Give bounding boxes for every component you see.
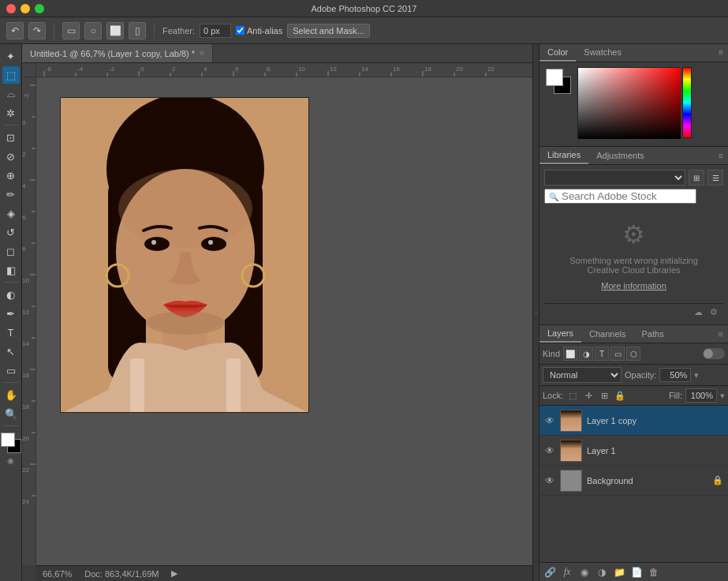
layer-link-button[interactable]: 🔗 xyxy=(543,565,557,579)
right-panel: Color Swatches ≡ xyxy=(539,44,728,581)
maximize-button[interactable] xyxy=(35,4,44,13)
paths-tab[interactable]: Paths xyxy=(634,326,672,342)
blend-mode-dropdown[interactable]: Normal xyxy=(543,367,622,383)
color-tab[interactable]: Color xyxy=(539,44,576,62)
adjustments-tab[interactable]: Adjustments xyxy=(588,148,652,163)
lib-list-view-button[interactable]: ☰ xyxy=(707,170,723,186)
layer-adjustment-button[interactable]: ◑ xyxy=(595,565,609,579)
fill-input[interactable] xyxy=(685,388,717,403)
svg-text:-4: -4 xyxy=(77,66,84,73)
titlebar: Adobe Photoshop CC 2017 xyxy=(0,0,728,17)
healing-tool[interactable]: ⊕ xyxy=(2,167,20,184)
history-brush-tool[interactable]: ↺ xyxy=(2,223,20,241)
blend-opacity-row: Normal Opacity: ▾ xyxy=(539,365,728,386)
layer1-name: Layer 1 xyxy=(587,446,723,455)
adjustment-filter-icon[interactable]: ◑ xyxy=(579,347,593,361)
libraries-tab[interactable]: Libraries xyxy=(539,147,588,164)
move-tool[interactable]: ✦ xyxy=(2,47,20,65)
layer-mask-button[interactable]: ◉ xyxy=(577,565,592,579)
lib-settings-icon[interactable]: ⚙ xyxy=(707,305,720,318)
eyedropper-tool[interactable]: ⊘ xyxy=(2,148,20,165)
delete-layer-button[interactable]: 🗑 xyxy=(647,565,661,579)
lib-search-input[interactable] xyxy=(544,189,696,204)
crop-tool[interactable]: ⊡ xyxy=(2,129,20,146)
libraries-panel-menu-icon[interactable]: ≡ xyxy=(714,148,728,163)
color-picker-gradient[interactable] xyxy=(577,67,680,138)
quick-mask-icon[interactable]: ◉ xyxy=(7,456,14,465)
layers-panel-menu-icon[interactable]: ≡ xyxy=(714,326,728,342)
svg-text:10: 10 xyxy=(22,277,29,284)
dodge-tool[interactable]: ◐ xyxy=(2,286,20,303)
rect-select-icon[interactable]: ▭ xyxy=(62,22,80,39)
hand-tool[interactable]: ✋ xyxy=(2,386,20,403)
eraser-tool[interactable]: ◻ xyxy=(2,242,20,260)
magic-wand-tool[interactable]: ✲ xyxy=(2,104,20,122)
lock-pixel-button[interactable]: ⬚ xyxy=(566,389,579,402)
document-tab[interactable]: Untitled-1 @ 66,7% (Layer 1 copy, Lab/8)… xyxy=(22,44,213,62)
smart-filter-icon[interactable]: ⬡ xyxy=(626,347,640,361)
opacity-arrow-icon[interactable]: ▾ xyxy=(694,370,699,380)
fg-color-swatch[interactable] xyxy=(546,69,563,86)
feather-input[interactable] xyxy=(200,24,231,38)
foreground-bg-swatches[interactable] xyxy=(1,433,21,453)
zoom-tool[interactable]: 🔍 xyxy=(2,405,20,422)
fg-bg-swatches[interactable] xyxy=(544,67,573,96)
single-row-icon[interactable]: ⬜ xyxy=(106,22,124,39)
lib-grid-view-button[interactable]: ⊞ xyxy=(689,170,704,186)
text-tool[interactable]: T xyxy=(2,324,20,341)
right-panel-collapse[interactable]: › xyxy=(532,44,539,581)
layer-item-layer1[interactable]: 👁 Layer 1 xyxy=(539,436,728,466)
single-col-icon[interactable]: ▯ xyxy=(129,22,146,39)
new-layer-button[interactable]: 📄 xyxy=(629,565,644,579)
select-mask-button[interactable]: Select and Mask... xyxy=(287,24,370,38)
tab-close-button[interactable]: × xyxy=(200,49,204,58)
svg-text:4: 4 xyxy=(203,66,207,73)
type-filter-icon[interactable]: T xyxy=(595,347,609,361)
background-visibility-toggle[interactable]: 👁 xyxy=(544,475,555,486)
canvas-viewport[interactable] xyxy=(36,77,532,565)
lib-cloud-icon[interactable]: ☁ xyxy=(692,305,704,318)
layer-group-button[interactable]: 📁 xyxy=(612,565,626,579)
channels-tab[interactable]: Channels xyxy=(581,326,633,342)
filter-toggle[interactable] xyxy=(703,348,725,359)
color-spectrum[interactable] xyxy=(577,67,692,138)
layer-fx-button[interactable]: fx xyxy=(560,565,574,579)
foreground-color-swatch[interactable] xyxy=(1,433,15,447)
path-select-tool[interactable]: ↖ xyxy=(2,343,20,360)
anti-alias-checkbox[interactable]: Anti-alias xyxy=(236,26,282,36)
svg-text:6: 6 xyxy=(22,214,26,221)
lock-artboard-button[interactable]: ⊞ xyxy=(598,389,610,402)
brush-tool[interactable]: ✏ xyxy=(2,186,20,203)
lock-all-button[interactable]: 🔒 xyxy=(614,389,626,402)
selection-tool[interactable]: ⬚ xyxy=(2,66,20,84)
lib-more-info-link[interactable]: More information xyxy=(601,281,666,290)
layer1-visibility-toggle[interactable]: 👁 xyxy=(544,445,555,456)
close-button[interactable] xyxy=(6,4,16,13)
history-forward-button[interactable]: ↷ xyxy=(28,22,46,39)
color-hue-bar[interactable] xyxy=(682,67,692,138)
lock-move-button[interactable]: ✛ xyxy=(582,389,595,402)
ellipse-select-icon[interactable]: ○ xyxy=(84,22,102,39)
history-back-button[interactable]: ↶ xyxy=(6,22,24,39)
opacity-input[interactable] xyxy=(659,368,691,382)
color-panel-menu-icon[interactable]: ≡ xyxy=(714,44,728,62)
lib-source-dropdown[interactable] xyxy=(544,170,685,186)
color-content xyxy=(539,62,728,143)
shape-filter-icon[interactable]: ▭ xyxy=(610,347,625,361)
layer-item-background[interactable]: 👁 Background 🔒 xyxy=(539,466,728,496)
doc-arrow[interactable]: ▶ xyxy=(171,568,177,579)
shape-tool[interactable]: ▭ xyxy=(2,362,20,379)
fill-arrow-icon[interactable]: ▾ xyxy=(720,391,725,401)
pen-tool[interactable]: ✒ xyxy=(2,305,20,322)
lasso-tool[interactable]: ⌓ xyxy=(2,85,20,103)
svg-text:-6: -6 xyxy=(46,66,52,73)
gradient-tool[interactable]: ◧ xyxy=(2,261,20,279)
clone-stamp-tool[interactable]: ◈ xyxy=(2,204,20,222)
layer1copy-visibility-toggle[interactable]: 👁 xyxy=(544,415,555,426)
layers-tab[interactable]: Layers xyxy=(539,325,581,343)
canvas-area: Untitled-1 @ 66,7% (Layer 1 copy, Lab/8)… xyxy=(22,44,532,581)
swatches-tab[interactable]: Swatches xyxy=(576,44,629,62)
pixel-filter-icon[interactable]: ⬜ xyxy=(563,347,577,361)
minimize-button[interactable] xyxy=(21,4,30,13)
layer-item-layer1copy[interactable]: 👁 Layer 1 copy xyxy=(539,406,728,436)
